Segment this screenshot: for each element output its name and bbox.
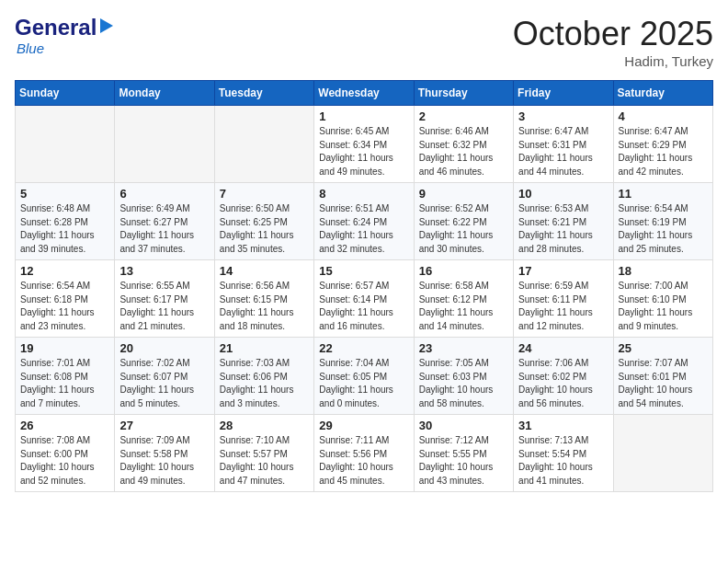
day-cell: 14Sunrise: 6:56 AM Sunset: 6:15 PM Dayli… <box>214 260 313 338</box>
week-row-5: 26Sunrise: 7:08 AM Sunset: 6:00 PM Dayli… <box>16 415 713 492</box>
day-cell <box>115 106 214 183</box>
day-info: Sunrise: 7:13 AM Sunset: 5:54 PM Dayligh… <box>518 434 608 488</box>
day-cell: 3Sunrise: 6:47 AM Sunset: 6:31 PM Daylig… <box>514 106 613 183</box>
day-cell: 24Sunrise: 7:06 AM Sunset: 6:02 PM Dayli… <box>514 338 613 415</box>
title-block: October 2025 Hadim, Turkey <box>513 15 713 69</box>
day-cell: 23Sunrise: 7:05 AM Sunset: 6:03 PM Dayli… <box>414 338 513 415</box>
day-number: 22 <box>319 341 408 355</box>
day-info: Sunrise: 6:46 AM Sunset: 6:32 PM Dayligh… <box>419 125 508 178</box>
logo-blue-label: Blue <box>17 40 44 56</box>
day-number: 1 <box>319 109 408 123</box>
day-info: Sunrise: 7:04 AM Sunset: 6:05 PM Dayligh… <box>319 357 408 410</box>
day-info: Sunrise: 7:00 AM Sunset: 6:10 PM Dayligh… <box>619 280 708 333</box>
day-number: 19 <box>20 341 109 355</box>
day-number: 30 <box>419 419 508 432</box>
day-info: Sunrise: 7:06 AM Sunset: 6:02 PM Dayligh… <box>518 357 608 410</box>
day-info: Sunrise: 6:47 AM Sunset: 6:31 PM Dayligh… <box>518 125 608 178</box>
header-tuesday: Tuesday <box>214 81 313 106</box>
day-info: Sunrise: 6:45 AM Sunset: 6:34 PM Dayligh… <box>319 125 408 178</box>
day-number: 27 <box>119 419 209 432</box>
header-sunday: Sunday <box>16 81 115 106</box>
day-info: Sunrise: 6:47 AM Sunset: 6:29 PM Dayligh… <box>619 125 708 178</box>
header-friday: Friday <box>514 81 613 106</box>
header-saturday: Saturday <box>613 81 712 106</box>
day-cell: 6Sunrise: 6:49 AM Sunset: 6:27 PM Daylig… <box>115 183 214 260</box>
day-info: Sunrise: 7:09 AM Sunset: 5:58 PM Dayligh… <box>119 434 209 488</box>
day-cell: 4Sunrise: 6:47 AM Sunset: 6:29 PM Daylig… <box>613 106 712 183</box>
calendar-table: SundayMondayTuesdayWednesdayThursdayFrid… <box>15 80 713 492</box>
day-cell: 21Sunrise: 7:03 AM Sunset: 6:06 PM Dayli… <box>214 338 313 415</box>
day-number: 7 <box>220 187 309 201</box>
day-cell <box>16 106 115 183</box>
day-cell: 27Sunrise: 7:09 AM Sunset: 5:58 PM Dayli… <box>115 415 214 492</box>
day-cell: 11Sunrise: 6:54 AM Sunset: 6:19 PM Dayli… <box>613 183 712 260</box>
day-info: Sunrise: 6:49 AM Sunset: 6:27 PM Dayligh… <box>119 202 209 256</box>
day-number: 2 <box>419 109 508 123</box>
day-info: Sunrise: 7:08 AM Sunset: 6:00 PM Dayligh… <box>20 434 109 488</box>
day-number: 17 <box>518 264 608 278</box>
day-number: 3 <box>518 109 608 123</box>
day-info: Sunrise: 6:59 AM Sunset: 6:11 PM Dayligh… <box>518 280 608 333</box>
day-number: 20 <box>119 341 209 355</box>
day-info: Sunrise: 6:51 AM Sunset: 6:24 PM Dayligh… <box>319 202 408 256</box>
day-cell: 7Sunrise: 6:50 AM Sunset: 6:25 PM Daylig… <box>214 183 313 260</box>
day-number: 13 <box>119 264 209 278</box>
day-number: 14 <box>220 264 309 278</box>
day-cell: 12Sunrise: 6:54 AM Sunset: 6:18 PM Dayli… <box>16 260 115 338</box>
day-cell: 25Sunrise: 7:07 AM Sunset: 6:01 PM Dayli… <box>613 338 712 415</box>
day-number: 23 <box>419 341 508 355</box>
day-info: Sunrise: 7:01 AM Sunset: 6:08 PM Dayligh… <box>20 357 109 410</box>
day-cell: 5Sunrise: 6:48 AM Sunset: 6:28 PM Daylig… <box>16 183 115 260</box>
day-cell: 16Sunrise: 6:58 AM Sunset: 6:12 PM Dayli… <box>414 260 513 338</box>
page-header: General Blue October 2025 Hadim, Turkey <box>15 15 713 69</box>
day-cell: 29Sunrise: 7:11 AM Sunset: 5:56 PM Dayli… <box>314 415 414 492</box>
week-row-3: 12Sunrise: 6:54 AM Sunset: 6:18 PM Dayli… <box>16 260 713 338</box>
day-cell: 31Sunrise: 7:13 AM Sunset: 5:54 PM Dayli… <box>514 415 613 492</box>
day-cell: 8Sunrise: 6:51 AM Sunset: 6:24 PM Daylig… <box>314 183 414 260</box>
day-info: Sunrise: 7:05 AM Sunset: 6:03 PM Dayligh… <box>419 357 508 410</box>
calendar-header-row: SundayMondayTuesdayWednesdayThursdayFrid… <box>16 81 713 106</box>
day-cell <box>613 415 712 492</box>
day-info: Sunrise: 7:02 AM Sunset: 6:07 PM Dayligh… <box>119 357 209 410</box>
day-number: 21 <box>220 341 309 355</box>
day-info: Sunrise: 6:53 AM Sunset: 6:21 PM Dayligh… <box>518 202 608 256</box>
day-cell: 2Sunrise: 6:46 AM Sunset: 6:32 PM Daylig… <box>414 106 513 183</box>
day-info: Sunrise: 6:52 AM Sunset: 6:22 PM Dayligh… <box>419 202 508 256</box>
header-wednesday: Wednesday <box>314 81 414 106</box>
day-number: 16 <box>419 264 508 278</box>
day-number: 4 <box>619 109 708 123</box>
day-cell: 17Sunrise: 6:59 AM Sunset: 6:11 PM Dayli… <box>514 260 613 338</box>
day-cell: 22Sunrise: 7:04 AM Sunset: 6:05 PM Dayli… <box>314 338 414 415</box>
day-number: 11 <box>619 187 708 201</box>
day-info: Sunrise: 7:10 AM Sunset: 5:57 PM Dayligh… <box>220 434 309 488</box>
day-cell: 1Sunrise: 6:45 AM Sunset: 6:34 PM Daylig… <box>314 106 414 183</box>
day-info: Sunrise: 6:55 AM Sunset: 6:17 PM Dayligh… <box>119 280 209 333</box>
day-number: 26 <box>20 419 109 432</box>
day-cell: 28Sunrise: 7:10 AM Sunset: 5:57 PM Dayli… <box>214 415 313 492</box>
day-info: Sunrise: 6:58 AM Sunset: 6:12 PM Dayligh… <box>419 280 508 333</box>
day-info: Sunrise: 7:12 AM Sunset: 5:55 PM Dayligh… <box>419 434 508 488</box>
day-cell: 30Sunrise: 7:12 AM Sunset: 5:55 PM Dayli… <box>414 415 513 492</box>
day-cell: 20Sunrise: 7:02 AM Sunset: 6:07 PM Dayli… <box>115 338 214 415</box>
day-number: 31 <box>518 419 608 432</box>
day-number: 18 <box>619 264 708 278</box>
day-info: Sunrise: 7:07 AM Sunset: 6:01 PM Dayligh… <box>619 357 708 410</box>
header-monday: Monday <box>115 81 214 106</box>
week-row-1: 1Sunrise: 6:45 AM Sunset: 6:34 PM Daylig… <box>16 106 713 183</box>
day-cell: 13Sunrise: 6:55 AM Sunset: 6:17 PM Dayli… <box>115 260 214 338</box>
location: Hadim, Turkey <box>513 53 713 69</box>
day-cell <box>214 106 313 183</box>
day-cell: 26Sunrise: 7:08 AM Sunset: 6:00 PM Dayli… <box>16 415 115 492</box>
day-number: 28 <box>220 419 309 432</box>
day-number: 12 <box>20 264 109 278</box>
day-cell: 10Sunrise: 6:53 AM Sunset: 6:21 PM Dayli… <box>514 183 613 260</box>
day-info: Sunrise: 6:48 AM Sunset: 6:28 PM Dayligh… <box>20 202 109 256</box>
day-number: 10 <box>518 187 608 201</box>
day-number: 25 <box>619 341 708 355</box>
day-cell: 15Sunrise: 6:57 AM Sunset: 6:14 PM Dayli… <box>314 260 414 338</box>
day-cell: 18Sunrise: 7:00 AM Sunset: 6:10 PM Dayli… <box>613 260 712 338</box>
day-number: 29 <box>319 419 408 432</box>
day-info: Sunrise: 7:03 AM Sunset: 6:06 PM Dayligh… <box>220 357 309 410</box>
day-info: Sunrise: 7:11 AM Sunset: 5:56 PM Dayligh… <box>319 434 408 488</box>
day-number: 6 <box>119 187 209 201</box>
